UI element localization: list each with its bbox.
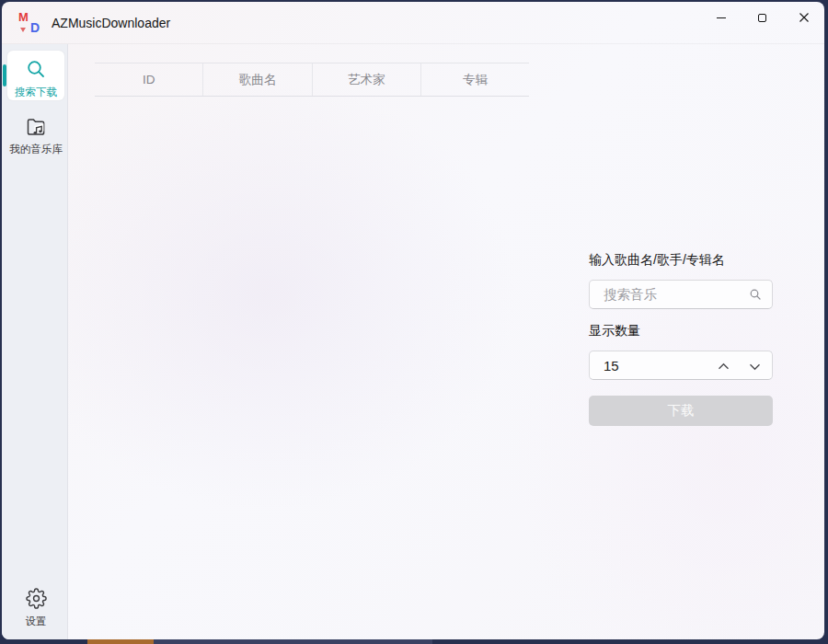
count-label: 显示数量 [589,323,640,339]
chevron-down-icon [749,362,761,371]
query-label: 输入歌曲名/歌手/专辑名 [589,252,725,269]
download-button[interactable]: 下载 [589,396,773,426]
gear-icon [26,588,47,609]
app-logo-icon: M D [17,12,41,34]
minimize-button[interactable] [700,2,742,33]
spinner-up-button[interactable] [711,355,735,377]
maximize-button[interactable] [742,2,783,33]
sidebar-item-search-download[interactable]: 搜索下载 [7,51,64,100]
desktop-background: M D AZMusicDownloader [0,0,828,644]
window-title: AZMusicDownloader [52,16,170,30]
sidebar-item-label: 设置 [7,615,64,628]
column-header-id: ID [95,63,203,96]
sidebar-item-settings[interactable]: 设置 [7,581,64,632]
search-icon [25,58,47,80]
search-input[interactable] [590,287,749,302]
desktop-edge-accent-2 [154,639,432,644]
search-box [589,280,773,309]
desktop-edge-accent [87,639,154,644]
column-header-album: 专辑 [421,63,529,96]
minimize-icon [717,17,726,18]
selected-indicator [3,64,6,86]
column-header-artist: 艺术家 [313,63,421,96]
caption-buttons [700,2,824,33]
results-table-header: ID 歌曲名 艺术家 专辑 [95,63,529,97]
count-value-input[interactable] [590,358,645,374]
close-button[interactable] [783,2,824,33]
logo-letter-d: D [30,21,40,34]
spinner-down-button[interactable] [742,355,766,377]
search-glyph-icon [749,288,762,301]
title-bar: M D AZMusicDownloader [2,2,824,44]
app-window: M D AZMusicDownloader [2,2,824,639]
logo-letter-m: M [18,11,29,23]
music-library-icon [25,116,48,137]
column-header-song: 歌曲名 [203,63,312,96]
sidebar: 搜索下载 我的音乐库 设置 [2,44,68,639]
maximize-icon [758,14,766,22]
sidebar-item-label: 我的音乐库 [7,143,64,156]
chevron-up-icon [718,362,730,371]
sidebar-item-label: 搜索下载 [7,86,64,99]
close-icon [799,12,810,23]
sidebar-item-my-music-library[interactable]: 我的音乐库 [7,107,64,158]
logo-download-arrow-icon [20,28,26,32]
count-spinner [589,351,773,380]
